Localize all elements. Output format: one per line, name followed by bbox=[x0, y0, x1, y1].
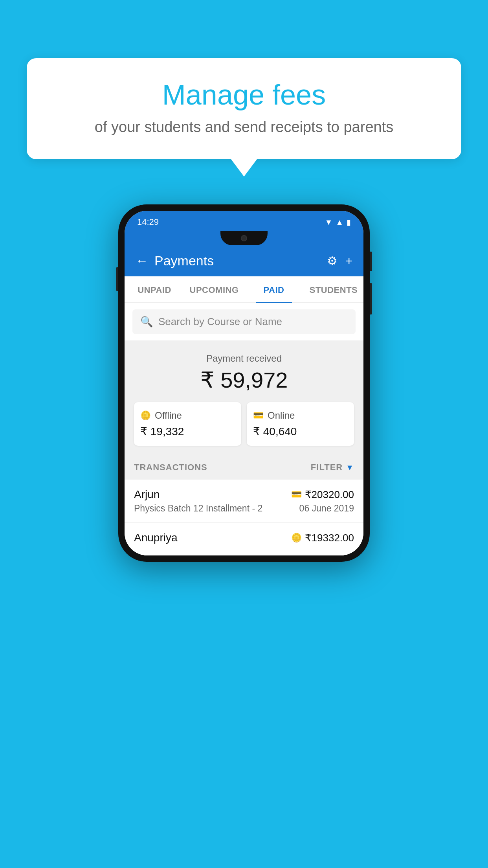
online-type: Online bbox=[268, 410, 295, 421]
app-bar-left: ← Payments bbox=[136, 253, 214, 268]
offline-amount: ₹ 19,332 bbox=[140, 425, 235, 438]
transaction-amount-right-2: 🪙 ₹19332.00 bbox=[291, 532, 354, 544]
transaction-top-2: Anupriya 🪙 ₹19332.00 bbox=[134, 531, 354, 544]
online-amount: ₹ 40,640 bbox=[253, 425, 348, 438]
filter-label: FILTER bbox=[311, 462, 343, 473]
transaction-name: Arjun bbox=[134, 488, 160, 501]
phone-frame: 14:29 ▼ ▲ ▮ ← Payments ⚙ + bbox=[118, 204, 370, 562]
signal-icon: ▲ bbox=[336, 218, 343, 227]
transaction-name-2: Anupriya bbox=[134, 531, 178, 544]
side-btn-left bbox=[116, 267, 118, 291]
payment-total-amount: ₹ 59,972 bbox=[132, 367, 356, 393]
transaction-amount: ₹20320.00 bbox=[305, 489, 354, 501]
search-icon: 🔍 bbox=[140, 316, 153, 328]
transactions-header: TRANSACTIONS FILTER ▼ bbox=[125, 455, 363, 480]
payment-summary: Payment received ₹ 59,972 🪙 Offline ₹ 19… bbox=[125, 340, 363, 455]
side-btn-right-1 bbox=[370, 252, 372, 271]
notch bbox=[220, 231, 268, 245]
transaction-row[interactable]: Arjun 💳 ₹20320.00 Physics Batch 12 Insta… bbox=[125, 480, 363, 523]
transaction-amount-2: ₹19332.00 bbox=[305, 532, 354, 544]
app-bar: ← Payments ⚙ + bbox=[125, 245, 363, 276]
add-icon[interactable]: + bbox=[345, 254, 352, 268]
tab-upcoming[interactable]: UPCOMING bbox=[184, 276, 244, 302]
bubble-title: Manage fees bbox=[50, 79, 438, 111]
transaction-amount-right: 💳 ₹20320.00 bbox=[291, 489, 354, 501]
status-bar: 14:29 ▼ ▲ ▮ bbox=[125, 211, 363, 231]
camera bbox=[241, 235, 247, 241]
online-card-header: 💳 Online bbox=[253, 410, 348, 421]
status-icons: ▼ ▲ ▮ bbox=[325, 217, 351, 227]
tab-students[interactable]: STUDENTS bbox=[304, 276, 363, 302]
tab-bar: UNPAID UPCOMING PAID STUDENTS bbox=[125, 276, 363, 303]
wifi-icon: ▼ bbox=[325, 218, 332, 227]
payment-received-label: Payment received bbox=[132, 353, 356, 364]
offline-card-header: 🪙 Offline bbox=[140, 410, 235, 421]
card-icon: 💳 bbox=[291, 489, 302, 500]
offline-card: 🪙 Offline ₹ 19,332 bbox=[134, 402, 241, 446]
offline-icon: 🪙 bbox=[140, 410, 151, 421]
filter-icon: ▼ bbox=[346, 463, 354, 472]
tab-unpaid[interactable]: UNPAID bbox=[125, 276, 184, 302]
phone-screen: 14:29 ▼ ▲ ▮ ← Payments ⚙ + bbox=[125, 211, 363, 555]
payment-cards: 🪙 Offline ₹ 19,332 💳 Online ₹ 40,640 bbox=[134, 402, 354, 446]
app-bar-title: Payments bbox=[154, 253, 214, 268]
online-icon: 💳 bbox=[253, 410, 264, 421]
search-placeholder: Search by Course or Name bbox=[158, 316, 282, 328]
status-time: 14:29 bbox=[137, 217, 159, 227]
back-button[interactable]: ← bbox=[136, 254, 148, 268]
speech-bubble: Manage fees of your students and send re… bbox=[27, 58, 461, 159]
transaction-course: Physics Batch 12 Installment - 2 bbox=[134, 503, 262, 514]
online-card: 💳 Online ₹ 40,640 bbox=[247, 402, 354, 446]
search-box[interactable]: 🔍 Search by Course or Name bbox=[132, 309, 356, 334]
cash-icon: 🪙 bbox=[291, 533, 302, 543]
tab-paid[interactable]: PAID bbox=[244, 276, 304, 302]
settings-icon[interactable]: ⚙ bbox=[327, 254, 338, 268]
transaction-row[interactable]: Anupriya 🪙 ₹19332.00 bbox=[125, 523, 363, 555]
search-container: 🔍 Search by Course or Name bbox=[125, 303, 363, 340]
transaction-date: 06 June 2019 bbox=[299, 503, 354, 514]
filter-button[interactable]: FILTER ▼ bbox=[311, 462, 354, 473]
transaction-top: Arjun 💳 ₹20320.00 bbox=[134, 488, 354, 501]
battery-icon: ▮ bbox=[347, 217, 351, 227]
app-bar-right: ⚙ + bbox=[327, 254, 352, 268]
offline-type: Offline bbox=[155, 410, 182, 421]
bubble-subtitle: of your students and send receipts to pa… bbox=[50, 119, 438, 136]
notch-bar bbox=[125, 231, 363, 245]
side-btn-right-2 bbox=[370, 283, 372, 314]
transaction-bottom: Physics Batch 12 Installment - 2 06 June… bbox=[134, 503, 354, 514]
transactions-label: TRANSACTIONS bbox=[134, 462, 207, 473]
